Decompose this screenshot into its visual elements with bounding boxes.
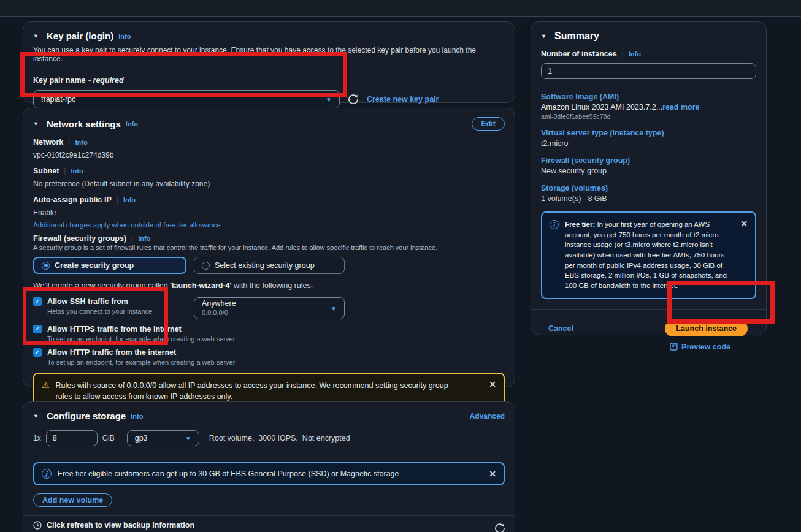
http-checkbox[interactable]: ✓ bbox=[33, 348, 42, 357]
firewall-label: Firewall (security groups) bbox=[33, 234, 126, 243]
summary-firewall-label: Firewall (security group) bbox=[541, 156, 756, 165]
subnet-label: Subnet bbox=[33, 167, 59, 175]
preview-code-link[interactable]: Preview code bbox=[681, 343, 730, 351]
http-rule-sublabel: To set up an endpoint, for example when … bbox=[47, 359, 505, 366]
divider: | bbox=[131, 234, 133, 243]
storage-info-link[interactable]: Info bbox=[131, 412, 143, 420]
instance-type-label: Virtual server type (instance type) bbox=[541, 129, 756, 137]
divider: | bbox=[622, 50, 624, 58]
add-new-volume-button[interactable]: Add new volume bbox=[33, 493, 112, 507]
create-new-key-pair-link[interactable]: Create new key pair bbox=[367, 95, 439, 104]
chevron-down-icon: ▼ bbox=[326, 96, 332, 103]
key-pair-name-label: Key pair name bbox=[33, 76, 85, 85]
network-info-link[interactable]: Info bbox=[126, 120, 138, 127]
ssh-checkbox[interactable]: ✓ bbox=[33, 297, 42, 306]
read-more-link[interactable]: read more bbox=[662, 103, 699, 112]
ami-id: ami-0dfe0f1abee59c78d bbox=[541, 113, 756, 120]
auto-assign-value: Enable bbox=[33, 208, 505, 217]
create-security-group-radio[interactable]: Create security group bbox=[33, 257, 186, 274]
summary-title: Summary bbox=[554, 31, 599, 42]
key-pair-description: You can use a key pair to securely conne… bbox=[33, 46, 505, 63]
instance-type-value: t2.micro bbox=[541, 139, 756, 148]
volume-details: Root volume, 3000 IOPS, Not encrypted bbox=[209, 434, 350, 443]
firewall-description: A security group is a set of firewall ru… bbox=[33, 244, 505, 251]
firewall-info-link[interactable]: Info bbox=[138, 235, 150, 242]
divider: | bbox=[68, 138, 70, 146]
subnet-info-link[interactable]: Info bbox=[71, 167, 83, 175]
warning-icon: ⚠ bbox=[42, 380, 50, 390]
volume-size-input[interactable] bbox=[46, 430, 98, 446]
close-icon[interactable]: ✕ bbox=[740, 219, 748, 228]
collapse-caret-icon[interactable]: ▼ bbox=[33, 33, 42, 39]
free-tier-storage-banner: i Free tier eligible customers can get u… bbox=[33, 462, 505, 485]
ssh-source-cidr: 0.0.0.0/0 bbox=[202, 309, 236, 317]
number-of-instances-label: Number of instances bbox=[541, 50, 617, 58]
key-pair-section: ▼ Key pair (login) Info You can use a ke… bbox=[23, 21, 515, 103]
network-field-info-link[interactable]: Info bbox=[75, 139, 87, 146]
volume-type-value: gp3 bbox=[135, 434, 148, 443]
network-settings-section: ▼ Network settings Info Edit Network | I… bbox=[23, 108, 515, 387]
summary-storage-value: 1 volume(s) - 8 GiB bbox=[541, 194, 756, 203]
backup-info-title: Click refresh to view backup information bbox=[47, 521, 194, 530]
subnet-value: No preference (Default subnet in any ava… bbox=[33, 180, 505, 188]
https-rule-label: Allow HTTPS traffic from the internet bbox=[47, 325, 182, 333]
collapse-caret-icon[interactable]: ▼ bbox=[33, 121, 42, 127]
key-pair-required-label: - required bbox=[88, 76, 124, 85]
instances-info-link[interactable]: Info bbox=[629, 50, 641, 58]
free-tier-info-banner: i Free tier: In your first year of openi… bbox=[541, 211, 756, 299]
auto-assign-ip-label: Auto-assign public IP bbox=[33, 196, 112, 204]
volume-type-select[interactable]: gp3 ▼ bbox=[127, 430, 199, 446]
https-rule-row: ✓ Allow HTTPS traffic from the internet … bbox=[33, 325, 505, 343]
ssh-source-value: Anywhere bbox=[202, 299, 236, 309]
additional-charges-note[interactable]: Additional charges apply when outside of… bbox=[33, 221, 505, 229]
key-pair-select-value: fraplat-rpc bbox=[41, 95, 75, 104]
radio-selected-icon bbox=[42, 262, 50, 270]
chevron-down-icon: ▼ bbox=[185, 435, 191, 442]
free-tier-storage-text: Free tier eligible customers can get up … bbox=[58, 469, 399, 478]
advanced-link[interactable]: Advanced bbox=[470, 412, 505, 420]
collapse-caret-icon[interactable]: ▼ bbox=[33, 413, 42, 419]
http-rule-label: Allow HTTP traffic from the internet bbox=[47, 348, 176, 357]
select-existing-security-group-radio[interactable]: Select existing security group bbox=[194, 257, 345, 274]
summary-storage-label: Storage (volumes) bbox=[541, 184, 756, 192]
divider: | bbox=[117, 196, 118, 204]
key-pair-title: Key pair (login) bbox=[47, 31, 113, 41]
cancel-link[interactable]: Cancel bbox=[548, 324, 573, 333]
https-checkbox[interactable]: ✓ bbox=[33, 325, 42, 333]
rules-intro: We'll create a new security group called… bbox=[33, 281, 505, 290]
info-icon: i bbox=[42, 469, 52, 479]
configure-storage-section: ▼ Configure storage Info Advanced 1x GiB… bbox=[23, 401, 515, 532]
launch-instance-page: ▼ Key pair (login) Info You can use a ke… bbox=[0, 0, 801, 532]
ami-value: Amazon Linux 2023 AMI 2023.7.2... bbox=[541, 103, 662, 112]
number-of-instances-input[interactable] bbox=[541, 63, 756, 79]
key-pair-info-link[interactable]: Info bbox=[118, 32, 131, 40]
edit-button[interactable]: Edit bbox=[472, 117, 505, 131]
summary-firewall-value: New security group bbox=[541, 167, 756, 175]
divider: | bbox=[64, 167, 66, 175]
launch-instance-button[interactable]: Launch instance bbox=[665, 321, 748, 336]
refresh-icon[interactable] bbox=[495, 523, 505, 532]
close-icon[interactable]: ✕ bbox=[489, 380, 496, 389]
ssh-source-select[interactable]: Anywhere 0.0.0.0/0 ▼ bbox=[194, 297, 345, 319]
collapse-caret-icon[interactable]: ▼ bbox=[541, 33, 550, 39]
top-header-bar bbox=[0, 0, 801, 17]
network-label: Network bbox=[33, 138, 63, 146]
network-settings-title: Network settings bbox=[47, 119, 121, 129]
ami-value-row: Amazon Linux 2023 AMI 2023.7.2...read mo… bbox=[541, 103, 756, 112]
ami-label: Software Image (AMI) bbox=[541, 93, 756, 101]
close-icon[interactable]: ✕ bbox=[489, 469, 496, 478]
ssh-rule-row: ✓ Allow SSH traffic from Helps you conne… bbox=[33, 297, 194, 315]
ssh-rule-label: Allow SSH traffic from bbox=[47, 297, 128, 306]
ssh-rule-sublabel: Helps you connect to your instance bbox=[47, 308, 194, 315]
refresh-icon[interactable] bbox=[348, 94, 358, 104]
vpc-value: vpc-010f2c9e1c274d39b bbox=[33, 151, 505, 159]
summary-panel: ▼ Summary Number of instances | Info Sof… bbox=[531, 21, 767, 335]
https-rule-sublabel: To set up an endpoint, for example when … bbox=[47, 335, 505, 343]
create-security-group-label: Create security group bbox=[55, 261, 134, 270]
clock-icon bbox=[33, 521, 42, 530]
radio-unselected-icon bbox=[202, 262, 210, 270]
key-pair-select[interactable]: fraplat-rpc ▼ bbox=[33, 90, 340, 108]
http-rule-row: ✓ Allow HTTP traffic from the internet T… bbox=[33, 348, 505, 366]
auto-assign-info-link[interactable]: Info bbox=[123, 196, 136, 203]
free-tier-text: Free tier: In your first year of opening… bbox=[565, 219, 734, 291]
